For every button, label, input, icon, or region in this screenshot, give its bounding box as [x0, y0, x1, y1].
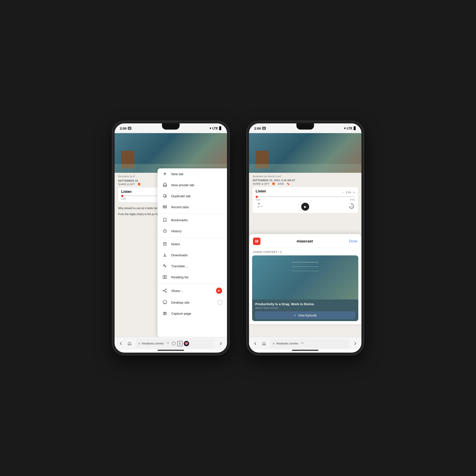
- network-badge-right: A: [262, 127, 266, 130]
- menu-item-recent-tabs[interactable]: Recent tabs: [158, 202, 227, 212]
- bookmark-icon-right: 🔖: [287, 183, 290, 185]
- history-icon: [162, 229, 167, 233]
- listen-controls-right: 15 ▶ 15: [256, 203, 355, 211]
- notch-right: [296, 123, 314, 130]
- listen-widget-right: Listen − 1.0× + 0:00 8:41 15 ▶: [253, 187, 358, 213]
- menu-separator-3: [158, 283, 227, 284]
- speed-minus-right[interactable]: −: [342, 191, 344, 194]
- network-badge-left: A: [128, 127, 131, 130]
- back-button-right[interactable]: [251, 339, 260, 348]
- menu-label-new-tab: New tab: [171, 172, 183, 176]
- home-button-left[interactable]: [125, 339, 134, 348]
- svg-rect-19: [163, 275, 165, 279]
- audio-end-right: 8:41: [350, 198, 355, 201]
- tab-count-badge-left[interactable]: 2: [177, 341, 183, 346]
- menu-item-capture-page[interactable]: Capture page: [158, 308, 227, 319]
- wifi-icon-left: ▾: [210, 126, 211, 130]
- miaocast-header: M miaocast Done: [249, 234, 361, 248]
- listen-title-right: Listen: [256, 189, 266, 193]
- svg-point-21: [166, 289, 166, 290]
- back-button-left[interactable]: [116, 339, 125, 348]
- episode-source: Atlantic Audio Articles: [255, 306, 355, 309]
- reload-icon-right: [301, 342, 304, 345]
- lte-label-right: LTE: [347, 126, 352, 130]
- svg-point-3: [164, 184, 164, 185]
- miaocast-logo: M: [253, 238, 260, 245]
- gift-icon-left: 🎁: [137, 183, 141, 186]
- article-header-image-left: [115, 133, 227, 173]
- bottom-toolbar-left: theatlantic.com/tec 2: [115, 337, 227, 350]
- view-episode-button[interactable]: ✓ View Episode: [255, 311, 355, 319]
- url-bar-input-right[interactable]: theatlantic.com/tec: [270, 339, 349, 348]
- pocket-icon-left[interactable]: [184, 341, 189, 346]
- menu-item-reading-list[interactable]: Reading list: [158, 272, 227, 283]
- share-miaocast-badge: M: [216, 288, 222, 294]
- miaocast-done-button[interactable]: Done: [349, 239, 357, 243]
- url-bar-left[interactable]: theatlantic.com/tec 2: [134, 339, 216, 348]
- speed-plus-right[interactable]: +: [353, 191, 355, 194]
- episode-card-image: [252, 255, 358, 300]
- forward-button-right[interactable]: 15: [348, 203, 355, 211]
- forward-button-right-nav[interactable]: [351, 339, 360, 348]
- url-badges-left: 2: [170, 341, 190, 346]
- desktop-site-checkbox[interactable]: [218, 300, 222, 305]
- menu-item-new-tab[interactable]: New tab: [158, 168, 227, 179]
- recent-tabs-icon: [162, 204, 167, 209]
- phone-left: 2:00 A ▾ LTE ▊ Illustration by R SEPTEMB…: [112, 121, 229, 355]
- forward-button-left[interactable]: [216, 339, 225, 348]
- audio-times-right: 0:00 8:41: [256, 198, 355, 201]
- svg-text:M: M: [218, 289, 220, 292]
- pocket-logo-left: [185, 342, 188, 345]
- menu-item-duplicate-tab[interactable]: Duplicate tab: [158, 190, 227, 202]
- menu-item-desktop-site[interactable]: Desktop site: [158, 297, 227, 308]
- check-icon: ✓: [294, 314, 296, 317]
- home-button-right[interactable]: [260, 339, 268, 348]
- status-icons-right: ▾ LTE ▊: [344, 126, 356, 130]
- menu-label-recent-tabs: Recent tabs: [171, 205, 189, 209]
- episode-card-body: Productivity Is a Drag. Work Is Divine. …: [252, 300, 358, 321]
- rewind-button-right[interactable]: 15: [256, 203, 262, 211]
- lock-icon-right: [272, 342, 275, 345]
- miaocast-title: miaocast: [297, 239, 313, 243]
- menu-item-history[interactable]: History: [158, 225, 227, 237]
- svg-text:15: 15: [351, 206, 353, 208]
- status-time-left: 2:00 A: [120, 126, 131, 130]
- url-bar-right[interactable]: theatlantic.com/tec: [268, 339, 351, 348]
- menu-label-bookmarks: Bookmarks: [171, 218, 188, 222]
- translate-icon: [162, 264, 167, 268]
- gift-icon-right: 🎁: [272, 183, 275, 185]
- menu-item-new-private-tab[interactable]: New private tab: [158, 179, 227, 190]
- menu-label-translate: Translate…: [171, 264, 188, 268]
- ghost-icon: [162, 183, 167, 187]
- menu-item-downloads[interactable]: Downloads: [158, 250, 227, 260]
- play-button-right[interactable]: ▶: [301, 203, 309, 211]
- url-text-right: theatlantic.com/tec: [276, 342, 298, 345]
- plus-icon: [162, 171, 167, 176]
- menu-label-new-private-tab: New private tab: [171, 183, 194, 187]
- menu-item-bookmarks[interactable]: Bookmarks: [158, 214, 227, 225]
- miaocast-panel: M miaocast Done AUDIO CONTENT • 2 Produc…: [249, 234, 361, 324]
- lte-label-left: LTE: [212, 126, 218, 130]
- svg-rect-20: [165, 275, 167, 279]
- episode-title: Productivity Is a Drag. Work Is Divine.: [255, 302, 355, 306]
- time-right: 2:00: [254, 126, 261, 130]
- reading-list-icon: [162, 274, 167, 279]
- bottom-toolbar-right: theatlantic.com/tec: [249, 337, 361, 350]
- menu-label-downloads: Downloads: [171, 253, 187, 257]
- audio-progress-bar-right[interactable]: [256, 196, 355, 197]
- audio-start-left: 0:00: [121, 197, 126, 200]
- url-bar-input-left[interactable]: theatlantic.com/tec 2: [136, 339, 215, 348]
- signal-icon-left: ▊: [219, 126, 222, 130]
- notes-icon: [162, 241, 167, 246]
- menu-item-share[interactable]: Share… M: [158, 285, 227, 297]
- episode-card[interactable]: Productivity Is a Drag. Work Is Divine. …: [252, 255, 358, 321]
- menu-item-notes[interactable]: Notes: [158, 238, 227, 250]
- menu-item-translate[interactable]: Translate…: [158, 260, 227, 272]
- context-menu: New tab New private tab Duplicate tab: [158, 168, 227, 337]
- desktop-icon: [162, 300, 167, 305]
- svg-rect-30: [163, 312, 166, 315]
- audio-start-right: 0:00: [256, 198, 260, 201]
- share-icon: [162, 288, 167, 293]
- menu-label-notes: Notes: [171, 242, 180, 246]
- audio-dot-left: [121, 195, 123, 197]
